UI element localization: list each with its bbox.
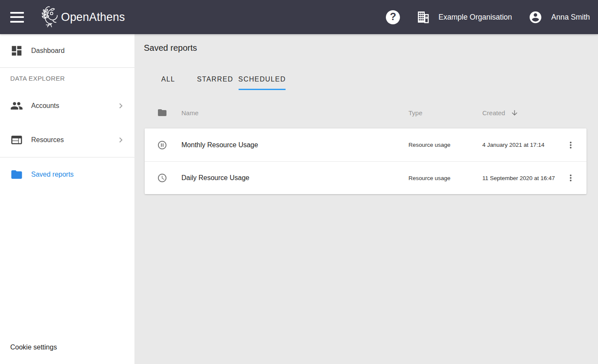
sidebar-item-accounts[interactable]: Accounts — [0, 89, 134, 123]
sidebar-item-label: Saved reports — [31, 171, 74, 178]
tab-starred[interactable]: STARRED — [192, 68, 239, 90]
sidebar-item-label: Accounts — [31, 102, 59, 110]
column-header-name[interactable]: Name — [181, 109, 408, 116]
organisation-name: Example Organisation — [438, 13, 512, 22]
sidebar-item-label: Dashboard — [31, 47, 64, 55]
saved-reports-list: Monthly Resource Usage Resource usage 4 … — [145, 128, 586, 194]
report-created: 11 September 2020 at 16:47 — [482, 175, 566, 181]
topbar: OpenAthens ? Example Organisation Ann — [0, 0, 598, 34]
tabs: ALL STARRED SCHEDULED — [145, 68, 598, 90]
report-name: Monthly Resource Usage — [181, 141, 408, 149]
menu-icon[interactable] — [10, 12, 24, 23]
main-content: Saved reports ALL STARRED SCHEDULED Name… — [134, 34, 598, 364]
user-avatar-icon — [528, 10, 543, 24]
sidebar: Dashboard DATA EXPLORER Accounts Resourc… — [0, 34, 134, 364]
page-title: Saved reports — [144, 43, 598, 53]
cookie-settings-link[interactable]: Cookie settings — [10, 337, 57, 358]
owl-logo-icon — [40, 6, 59, 29]
report-type: Resource usage — [408, 175, 482, 181]
tab-scheduled[interactable]: SCHEDULED — [239, 68, 286, 90]
report-row[interactable]: Daily Resource Usage Resource usage 11 S… — [145, 161, 586, 194]
openathens-logo: OpenAthens — [40, 6, 128, 29]
report-name: Daily Resource Usage — [181, 174, 408, 182]
user-menu[interactable]: Anna Smith — [528, 10, 590, 24]
user-name: Anna Smith — [551, 13, 590, 22]
clock-icon — [157, 173, 167, 183]
report-type: Resource usage — [408, 142, 482, 148]
table-header: Name Type Created — [145, 102, 586, 123]
sort-descending-icon — [510, 109, 519, 117]
row-menu-icon[interactable] — [566, 140, 576, 150]
organisation-switcher[interactable]: Example Organisation — [416, 10, 512, 24]
dashboard-icon — [10, 44, 23, 57]
sidebar-item-resources[interactable]: Resources — [0, 123, 134, 157]
report-row[interactable]: Monthly Resource Usage Resource usage 4 … — [145, 128, 586, 161]
sidebar-section-data-explorer: DATA EXPLORER — [0, 68, 134, 89]
row-menu-icon[interactable] — [566, 173, 576, 183]
help-icon[interactable]: ? — [386, 10, 400, 24]
chevron-right-icon — [116, 135, 126, 145]
column-header-created[interactable]: Created — [482, 109, 566, 117]
topbar-right: ? Example Organisation Anna Smith — [386, 10, 598, 24]
sidebar-item-saved-reports[interactable]: Saved reports — [0, 157, 134, 192]
pause-circle-icon — [157, 140, 167, 150]
logo-text: OpenAthens — [61, 10, 125, 24]
organisation-icon — [416, 10, 430, 24]
sidebar-item-dashboard[interactable]: Dashboard — [0, 34, 134, 67]
accounts-icon — [10, 99, 23, 112]
folder-icon — [10, 168, 23, 181]
tab-all[interactable]: ALL — [145, 68, 192, 90]
folder-icon — [157, 108, 167, 118]
resources-icon — [10, 134, 23, 146]
column-header-type[interactable]: Type — [408, 109, 482, 116]
sidebar-item-label: Resources — [31, 136, 64, 144]
chevron-right-icon — [116, 101, 126, 111]
report-created: 4 January 2021 at 17:14 — [482, 142, 566, 148]
